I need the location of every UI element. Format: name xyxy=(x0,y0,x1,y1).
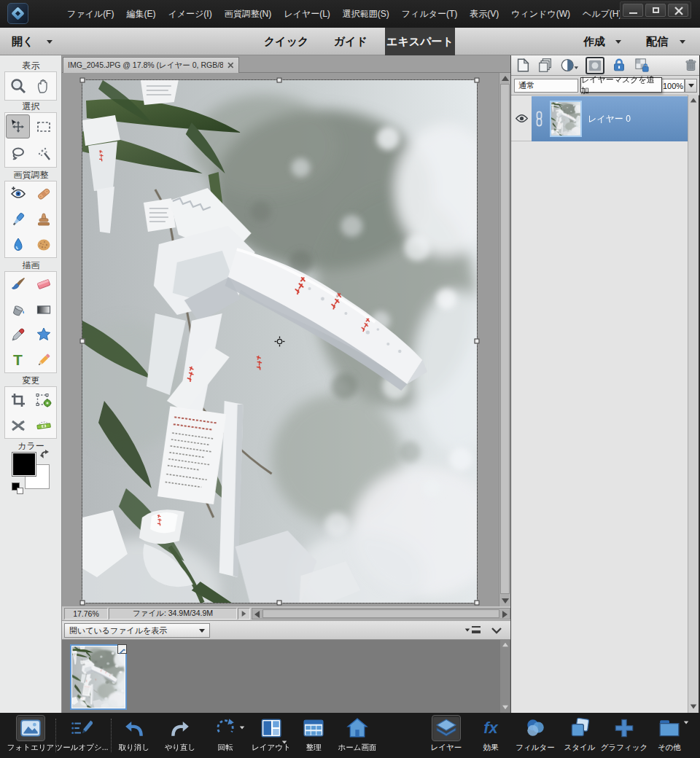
layer-thumbnail[interactable] xyxy=(550,101,582,137)
photo-bin-thumbnail[interactable] xyxy=(70,644,127,710)
tab-quick[interactable]: クイック xyxy=(264,35,308,49)
layers-scroll-down-icon[interactable] xyxy=(691,705,697,709)
canvas-vertical-scrollbar[interactable] xyxy=(499,73,510,606)
transform-handle-top-center[interactable] xyxy=(277,78,282,83)
straighten-tool[interactable] xyxy=(6,413,30,437)
transform-handle-bottom-center[interactable] xyxy=(277,601,282,606)
scroll-left-icon[interactable] xyxy=(254,611,260,618)
scroll-right-icon[interactable] xyxy=(502,611,508,618)
default-colors-icon-bg[interactable] xyxy=(17,488,23,494)
brush-tool[interactable] xyxy=(6,273,30,297)
scroll-down-icon[interactable] xyxy=(502,598,509,603)
minimize-button[interactable] xyxy=(623,4,643,17)
type-tool[interactable]: T xyxy=(6,348,30,372)
layer-row[interactable]: レイヤー 0 xyxy=(511,96,689,141)
magic-wand-tool[interactable] xyxy=(31,141,55,165)
lasso-tool[interactable] xyxy=(6,141,30,165)
new-adjustment-layer-button[interactable] xyxy=(560,57,579,74)
open-button[interactable]: 開く xyxy=(12,35,34,49)
paint-bucket-tool[interactable] xyxy=(6,297,30,321)
open-dropdown-icon[interactable] xyxy=(47,40,52,44)
layers-scrollbar[interactable] xyxy=(688,95,699,713)
menu-select[interactable]: 選択範囲(S) xyxy=(343,8,389,20)
layer-row-selected[interactable]: レイヤー 0 xyxy=(532,96,689,141)
smart-brush-tool[interactable] xyxy=(6,207,30,231)
file-info-field[interactable]: ファイル: 34.9M/34.9M xyxy=(109,608,237,620)
transform-handle-bottom-left[interactable] xyxy=(80,601,85,606)
menu-filter[interactable]: フィルター(T) xyxy=(402,8,457,20)
gradient-tool[interactable] xyxy=(31,297,55,321)
taskbar-home-screen-button[interactable]: ホーム画面 xyxy=(331,715,384,756)
layout-dropdown-icon[interactable] xyxy=(282,741,287,744)
rotate-dropdown-icon[interactable] xyxy=(240,727,244,730)
opacity-field[interactable]: 100% xyxy=(661,79,685,93)
new-layer-button[interactable] xyxy=(515,57,531,74)
canvas-area[interactable] xyxy=(62,73,510,606)
share-button[interactable]: 配信 xyxy=(646,35,668,49)
add-layer-mask-button[interactable] xyxy=(586,57,604,74)
bin-scroll-up-icon[interactable] xyxy=(502,643,508,647)
zoom-tool[interactable] xyxy=(6,74,30,98)
menu-file[interactable]: ファイル(F) xyxy=(67,8,114,20)
eraser-tool[interactable] xyxy=(31,273,55,297)
blend-mode-select[interactable]: 通常 xyxy=(514,79,578,93)
tab-close-icon[interactable] xyxy=(228,62,234,69)
create-dropdown-icon[interactable] xyxy=(615,40,621,44)
pencil-tool[interactable] xyxy=(31,348,55,372)
tab-expert[interactable]: エキスパート xyxy=(385,28,455,55)
red-eye-tool[interactable] xyxy=(6,182,30,206)
bin-panel-menu-button[interactable] xyxy=(464,626,481,633)
zoom-level-field[interactable]: 17.76% xyxy=(64,608,108,620)
move-tool[interactable] xyxy=(6,114,30,138)
delete-layer-button[interactable] xyxy=(683,57,699,74)
shape-tool[interactable] xyxy=(31,323,55,347)
tab-guided[interactable]: ガイド xyxy=(334,35,368,49)
menu-layer[interactable]: レイヤー(L) xyxy=(284,8,330,20)
marquee-tool[interactable] xyxy=(31,114,55,138)
layer-visibility-cell[interactable] xyxy=(511,96,532,141)
transform-handle-top-right[interactable] xyxy=(475,78,480,83)
show-open-files-dropdown[interactable]: 開いているファイルを表示 xyxy=(64,623,210,638)
taskbar-more-button[interactable]: その他 xyxy=(643,715,696,756)
blur-tool[interactable] xyxy=(6,233,30,257)
opacity-dropdown-button[interactable] xyxy=(685,79,697,93)
menu-enhance[interactable]: 画質調整(N) xyxy=(225,8,272,20)
status-expand-button[interactable] xyxy=(238,608,250,620)
more-dropdown-icon[interactable] xyxy=(684,722,688,724)
horizontal-scroll-thumb[interactable] xyxy=(262,609,499,618)
photo-bin-scrollbar[interactable] xyxy=(500,640,510,713)
recompose-tool[interactable] xyxy=(31,388,55,412)
menu-view[interactable]: 表示(V) xyxy=(470,8,499,20)
taskbar-tool-options-button[interactable]: ツールオプシ... xyxy=(55,715,108,756)
document-tab[interactable]: IMG_2045.JPG @ 17.8% (レイヤー 0, RGB/8) * xyxy=(63,57,239,73)
menu-image[interactable]: イメージ(I) xyxy=(168,8,211,20)
transform-handle-top-left[interactable] xyxy=(80,78,85,83)
canvas-horizontal-scrollbar[interactable] xyxy=(252,608,510,620)
moving-photos-tool[interactable] xyxy=(31,413,55,437)
new-group-button[interactable] xyxy=(537,57,553,74)
swap-colors-icon[interactable] xyxy=(39,449,51,461)
transform-handle-bottom-right[interactable] xyxy=(475,601,480,606)
maximize-button[interactable] xyxy=(645,4,666,17)
lock-transparent-pixels-button[interactable] xyxy=(634,57,650,74)
bin-scroll-down-icon[interactable] xyxy=(502,706,508,710)
sponge-tool[interactable] xyxy=(31,233,55,257)
bin-collapse-chevron-icon[interactable] xyxy=(491,625,502,636)
lock-all-button[interactable] xyxy=(611,57,627,74)
share-dropdown-icon[interactable] xyxy=(680,40,685,44)
clone-stamp-tool[interactable] xyxy=(31,207,55,231)
menu-window[interactable]: ウィンドウ(W) xyxy=(511,8,570,20)
scroll-up-icon[interactable] xyxy=(502,76,509,81)
create-button[interactable]: 作成 xyxy=(583,35,605,49)
transform-handle-mid-right[interactable] xyxy=(475,339,480,344)
taskbar-undo-button[interactable]: 取り消し xyxy=(108,715,160,756)
layers-scroll-up-icon[interactable] xyxy=(691,98,697,103)
taskbar-photo-bin-button[interactable]: フォトエリア xyxy=(4,715,57,756)
hand-tool[interactable] xyxy=(31,74,55,98)
layer-name[interactable]: レイヤー 0 xyxy=(588,113,631,125)
transform-handle-mid-left[interactable] xyxy=(80,339,85,344)
foreground-color-swatch[interactable] xyxy=(12,452,36,477)
spot-healing-tool[interactable] xyxy=(31,182,55,206)
close-button[interactable] xyxy=(668,4,688,17)
menu-help[interactable]: ヘルプ(H) xyxy=(583,8,622,20)
